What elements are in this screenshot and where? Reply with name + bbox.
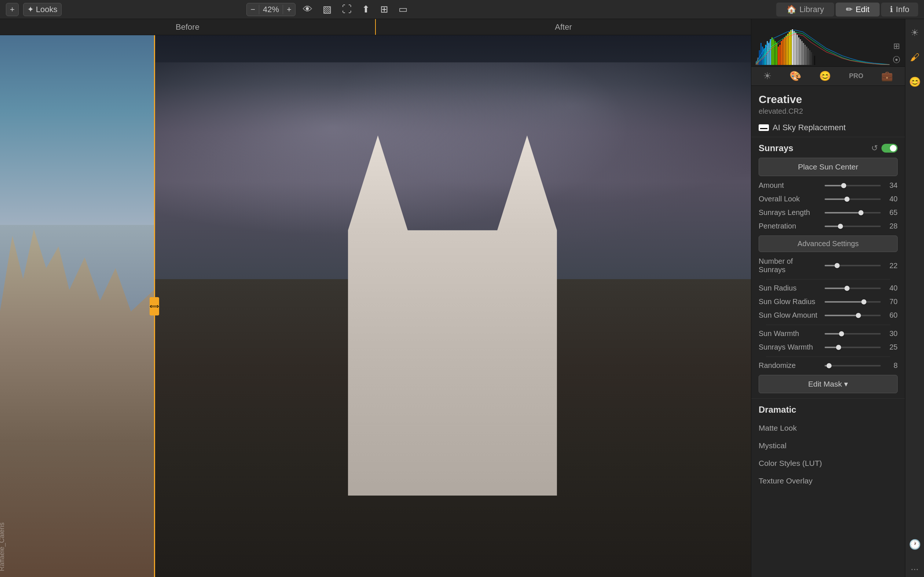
sunrays-length-slider-row: Sunrays Length 65 (758, 208, 898, 217)
penetration-thumb[interactable] (838, 224, 843, 229)
sunrays-warmth-thumb[interactable] (836, 345, 841, 350)
randomize-thumb[interactable] (826, 363, 832, 368)
sunrays-reset-button[interactable]: ↺ (871, 143, 878, 153)
svg-rect-19 (786, 35, 787, 65)
window-button[interactable]: ▭ (395, 2, 411, 16)
texture-overlay-item[interactable]: Texture Overlay (751, 472, 905, 490)
num-sunrays-thumb[interactable] (834, 263, 840, 268)
edit-label: Edit (855, 5, 869, 14)
svg-rect-34 (809, 50, 810, 65)
randomize-label: Randomize (758, 361, 821, 370)
after-label: After (376, 19, 751, 35)
sun-radius-slider-row: Sun Radius 40 (758, 284, 898, 292)
overall-look-label: Overall Look (758, 195, 821, 203)
mystical-item[interactable]: Mystical (751, 437, 905, 455)
image-container[interactable]: Raffaele_Caleris ⟺ (0, 35, 751, 577)
zoom-value[interactable]: 42% (259, 5, 283, 14)
amount-label: Amount (758, 181, 821, 190)
info-button[interactable]: ℹ Info (881, 3, 918, 16)
panel-tabs: ☀ 🎨 😊 PRO 💼 (751, 67, 905, 86)
sun-warmth-thumb[interactable] (839, 331, 844, 336)
penetration-slider-row: Penetration 28 (758, 222, 898, 230)
split-handle[interactable]: ⟺ (149, 297, 159, 316)
info-icon: ℹ (890, 5, 893, 14)
panel-toggle-btn[interactable]: ⦿ (892, 55, 900, 65)
sunrays-warmth-track[interactable] (824, 347, 881, 348)
sun-radius-fill (824, 288, 847, 289)
overall-look-thumb[interactable] (844, 197, 850, 202)
amount-thumb[interactable] (841, 183, 846, 188)
grid-button[interactable]: ⊞ (377, 2, 391, 16)
side-face-icon-btn[interactable]: 😊 (907, 74, 923, 90)
side-icon-rail: ☀ 🖌 😊 🕐 ··· (905, 19, 924, 577)
sunrays-header: Sunrays ↺ (758, 137, 898, 158)
place-sun-button[interactable]: Place Sun Center (758, 158, 898, 176)
zoom-minus-button[interactable]: − (247, 3, 259, 16)
num-sunrays-track[interactable] (824, 265, 881, 266)
main-layout: Before After Raffaele_Caleris (0, 19, 924, 577)
svg-rect-36 (813, 54, 814, 65)
sunrays-warmth-slider-row: Sunrays Warmth 25 (758, 343, 898, 351)
tab-face-icon[interactable]: 😊 (815, 68, 834, 84)
matte-look-item[interactable]: Matte Look (751, 419, 905, 437)
svg-rect-29 (802, 41, 803, 65)
svg-rect-8 (768, 43, 769, 65)
side-history-icon-btn[interactable]: 🕐 (907, 537, 923, 553)
sunrays-length-label: Sunrays Length (758, 208, 821, 217)
overall-look-track[interactable] (824, 198, 881, 200)
num-sunrays-slider-row: Number of Sunrays 22 (758, 257, 898, 274)
amount-track[interactable] (824, 185, 881, 186)
add-icon: + (10, 5, 14, 14)
zoom-plus-button[interactable]: + (283, 3, 295, 16)
tab-bag-icon[interactable]: 💼 (877, 68, 897, 84)
edit-mask-button[interactable]: Edit Mask ▾ (758, 375, 898, 393)
randomize-track[interactable] (824, 365, 881, 366)
sun-radius-track[interactable] (824, 288, 881, 289)
svg-rect-31 (805, 45, 805, 65)
share-button[interactable]: ⬆ (359, 2, 373, 16)
sun-glow-radius-thumb[interactable] (861, 299, 866, 305)
sun-glow-amount-track[interactable] (824, 315, 881, 316)
tab-sun-icon[interactable]: ☀ (759, 68, 775, 84)
add-button[interactable]: + (6, 3, 19, 16)
svg-rect-25 (795, 33, 796, 65)
sun-radius-label: Sun Radius (758, 284, 821, 292)
sunrays-title: Sunrays (758, 143, 794, 153)
sun-radius-thumb[interactable] (844, 286, 850, 291)
sunrays-length-track[interactable] (824, 212, 881, 213)
after-image (154, 35, 751, 577)
crop-button[interactable]: ⛶ (339, 2, 355, 16)
svg-rect-24 (794, 31, 795, 65)
sunrays-length-fill (824, 212, 861, 213)
sun-glow-radius-track[interactable] (824, 301, 881, 303)
watermark: Raffaele_Caleris (0, 522, 6, 571)
side-sun-icon-btn[interactable]: ☀ (908, 25, 921, 41)
penetration-track[interactable] (824, 226, 881, 227)
compare-button[interactable]: ▧ (320, 2, 335, 16)
sunrays-controls: ↺ (871, 143, 898, 153)
svg-rect-27 (798, 37, 799, 65)
amount-value: 34 (884, 181, 898, 190)
sunrays-toggle[interactable] (881, 144, 898, 153)
color-styles-item[interactable]: Color Styles (LUT) (751, 455, 905, 472)
library-tab[interactable]: 🏠 Library (776, 3, 834, 16)
panel-content[interactable]: Creative elevated.CR2 ▬▬ AI Sky Replacem… (751, 86, 905, 577)
right-panel: ⊞ ⦿ ☀ 🎨 😊 PRO 💼 Creative elevated.CR2 ▬▬ (751, 19, 905, 577)
looks-button[interactable]: ✦ Looks (23, 3, 62, 16)
histogram-area: ⊞ ⦿ (751, 19, 905, 67)
overall-look-slider-row: Overall Look 40 (758, 195, 898, 203)
sunrays-length-thumb[interactable] (858, 210, 863, 215)
side-more-icon-btn[interactable]: ··· (909, 561, 921, 577)
svg-rect-11 (773, 39, 774, 65)
ai-sky-label: AI Sky Replacement (773, 123, 845, 132)
preview-button[interactable]: 👁 (300, 2, 315, 16)
layers-icon-btn[interactable]: ⊞ (892, 42, 900, 51)
side-brush-icon-btn[interactable]: 🖌 (908, 50, 922, 65)
sun-glow-amount-thumb[interactable] (856, 313, 861, 318)
sun-warmth-track[interactable] (824, 333, 881, 335)
edit-tab[interactable]: ✏ Edit (836, 3, 880, 16)
tab-creative-icon[interactable]: 🎨 (786, 68, 805, 84)
split-image: Raffaele_Caleris (0, 35, 751, 577)
advanced-settings-button[interactable]: Advanced Settings (758, 235, 898, 252)
tab-pro-icon[interactable]: PRO (845, 70, 867, 82)
